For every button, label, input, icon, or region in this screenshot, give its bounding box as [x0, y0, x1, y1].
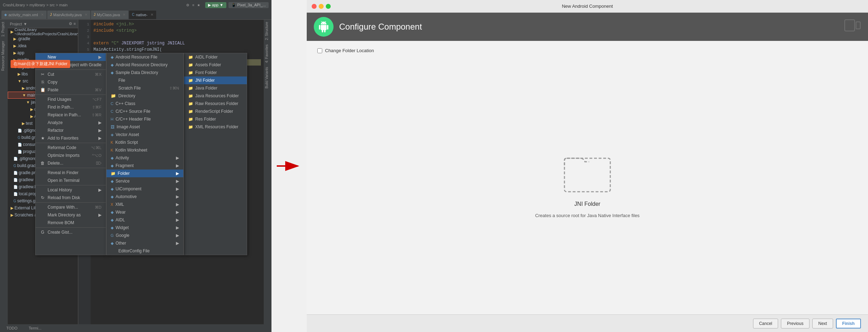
sidebar-label-project[interactable]: 1: Project — [0, 20, 8, 39]
submenu-folder-raw-resources[interactable]: 📁Raw Resources Folder — [184, 100, 247, 107]
submenu-new-scratch-file[interactable]: Scratch File ⇧⌘N — [106, 84, 183, 92]
ide-panel: CrashLibrary > mylibrary > src > main ⚙ … — [0, 0, 271, 332]
submenu-new-widget[interactable]: ◆Widget ▶ — [106, 224, 183, 232]
tab-mainactivity[interactable]: J MainActivity.java ✕ — [47, 11, 90, 19]
tree-item-crashlibrary[interactable]: ▶ CrashLibrary ~/AndroidStudioProjects/C… — [8, 28, 78, 35]
sidebar-label-structure[interactable]: 2: Structure — [264, 20, 271, 42]
menu-item-open-terminal[interactable]: Open in Terminal — [36, 177, 106, 184]
submenu-new-directory[interactable]: 📁Directory — [106, 92, 183, 100]
menu-item-reload[interactable]: ↻Reload from Disk — [36, 194, 106, 202]
cancel-button[interactable]: Cancel — [753, 319, 778, 328]
submenu-folder-xml-resources[interactable]: 📁XML Resources Folder — [184, 123, 247, 131]
submenu-new-editorconfig[interactable]: EditorConfig File — [106, 247, 183, 255]
menu-item-remove-bom[interactable]: Remove BOM — [36, 219, 106, 227]
submenu-new-activity[interactable]: ◆Activity ▶ — [106, 154, 183, 162]
jni-description: Creates a source root for Java Native In… — [535, 213, 640, 218]
svg-rect-2 — [845, 20, 855, 31]
ide-statusbar: TODO Termi... — [0, 324, 271, 332]
submenu-new-vector-asset[interactable]: ◈Vector Asset — [106, 131, 183, 139]
submenu-new-file[interactable]: File — [106, 76, 183, 84]
status-tab-terminal[interactable]: Termi... — [25, 324, 45, 332]
sidebar-label-favorites[interactable]: 4: Favorites — [264, 42, 271, 65]
submenu-new-folder[interactable]: 📁Folder ▶ — [106, 170, 183, 177]
submenu-folder-jni[interactable]: 📁JNI Folder — [184, 76, 247, 84]
submenu-new-aidl[interactable]: ◆AIDL ▶ — [106, 216, 183, 224]
red-arrow — [275, 159, 303, 173]
menu-item-compare-with[interactable]: Compare With... ⌘D — [36, 203, 106, 211]
tree-header: Project ▼ ⚙ ≡ — [8, 20, 78, 28]
menu-item-find-usages[interactable]: Find Usages ⌥F7 — [36, 96, 106, 103]
traffic-lights: New Android Component — [307, 0, 868, 13]
change-folder-checkbox[interactable] — [317, 48, 322, 53]
tree-options-icon[interactable]: ≡ — [74, 21, 76, 26]
submenu-new-google[interactable]: GGoogle ▶ — [106, 232, 183, 239]
submenu-folder-java[interactable]: 📁Java Folder — [184, 84, 247, 92]
menu-item-create-gist[interactable]: GCreate Gist... — [36, 228, 106, 236]
left-sidebar-labels: 1: Project Resource Manager — [0, 20, 8, 324]
menu-item-add-to-favorites[interactable]: ★Add to Favorites ▶ — [36, 134, 106, 142]
separator-7 — [36, 227, 106, 228]
tree-settings-icon[interactable]: ⚙ — [69, 21, 72, 26]
menu-item-replace-in-path[interactable]: Replace in Path... ⇧⌘R — [36, 111, 106, 119]
submenu-new: ◆Android Resource File ◆Android Resource… — [106, 53, 184, 255]
menu-item-refactor[interactable]: Refactor ▶ — [36, 127, 106, 134]
menu-item-reformat[interactable]: Reformat Code ⌥⌘L — [36, 144, 106, 152]
tree-item-idea[interactable]: ▶.idea — [8, 42, 78, 49]
configure-header-title: Configure Component — [339, 22, 422, 32]
menu-item-local-history[interactable]: Local History ▶ — [36, 186, 106, 194]
svg-rect-3 — [856, 22, 860, 29]
previous-button[interactable]: Previous — [781, 319, 809, 328]
status-tab-todo[interactable]: TODO — [3, 324, 21, 332]
submenu-new-other[interactable]: ◆Other ▶ — [106, 239, 183, 247]
menu-item-copy[interactable]: ⎘Copy — [36, 78, 106, 86]
separator-4 — [36, 168, 106, 168]
finish-button[interactable]: Finish — [836, 319, 861, 328]
menu-item-reveal-finder[interactable]: Reveal in Finder — [36, 169, 106, 177]
submenu-new-kotlin-script[interactable]: KKotlin Script — [106, 139, 183, 146]
submenu-new-fragment[interactable]: ◆Fragment ▶ — [106, 162, 183, 170]
tab-myclass[interactable]: J MyClass.java ✕ — [91, 11, 128, 19]
submenu-folder-aidl[interactable]: 📁AIDL Folder — [184, 53, 247, 61]
submenu-folder-renderscript[interactable]: 📁RenderScript Folder — [184, 107, 247, 115]
menu-item-delete[interactable]: 🗑Delete... ⌦ — [36, 159, 106, 167]
submenu-folder-java-resources[interactable]: 📁Java Resources Folder — [184, 92, 247, 100]
ide-titlebar: CrashLibrary > mylibrary > src > main ⚙ … — [0, 0, 271, 10]
submenu-new-cpp-header[interactable]: HC/C++ Header File — [106, 115, 183, 123]
menu-item-cut[interactable]: ✂Cut ⌘X — [36, 70, 106, 78]
submenu-new-xml[interactable]: XXML ▶ — [106, 201, 183, 208]
menu-item-paste[interactable]: 📋Paste ⌘V — [36, 86, 106, 94]
tree-item-gradle[interactable]: ▶.gradle — [8, 35, 78, 42]
submenu-folder-assets[interactable]: 📁Assets Folder — [184, 61, 247, 69]
submenu-folder-res[interactable]: 📁Res Folder — [184, 115, 247, 123]
svg-rect-4 — [564, 158, 610, 192]
submenu-new-cpp-source[interactable]: CC/C++ Source File — [106, 107, 183, 115]
submenu-new-sample-data[interactable]: ◆Sample Data Directory — [106, 69, 183, 76]
sidebar-label-resource-manager[interactable]: Resource Manager — [0, 39, 8, 73]
configure-footer: Cancel Previous Next Finish — [307, 314, 868, 332]
submenu-new-uicomponent[interactable]: ◆UiComponent ▶ — [106, 185, 183, 193]
submenu-new-wear[interactable]: ◆Wear ▶ — [106, 208, 183, 216]
submenu-new-image-asset[interactable]: 🖼Image Asset — [106, 123, 183, 131]
next-button[interactable]: Next — [812, 319, 833, 328]
menu-item-optimize-imports[interactable]: Optimize Imports ^⌥O — [36, 152, 106, 159]
tab-activity-main[interactable]: ◆ activity_main.xml ✕ — [1, 11, 47, 19]
menu-item-analyze[interactable]: Analyze ▶ — [36, 119, 106, 127]
menu-item-find-in-path[interactable]: Find in Path... ⇧⌘F — [36, 103, 106, 111]
jni-folder-svg — [561, 149, 614, 195]
menu-item-mark-directory[interactable]: Mark Directory as ▶ — [36, 211, 106, 219]
submenu-new-android-resource-file[interactable]: ◆Android Resource File — [106, 53, 183, 61]
sidebar-label-build-variants[interactable]: Build Variants — [264, 65, 271, 91]
submenu-folder-font[interactable]: 📁Font Folder — [184, 69, 247, 76]
submenu-new-kotlin-worksheet[interactable]: KKotlin Worksheet — [106, 146, 183, 154]
submenu-new-service[interactable]: ◆Service ▶ — [106, 177, 183, 185]
tab-native[interactable]: C native- ✕ — [129, 11, 156, 19]
checkbox-row: Change Folder Location — [317, 48, 857, 53]
device-icon — [844, 19, 861, 35]
submenu-new-android-resource-dir[interactable]: ◆Android Resource Directory — [106, 61, 183, 69]
tree-header-chevron[interactable]: ▼ — [23, 22, 27, 26]
submenu-new-cpp-class[interactable]: CC++ Class — [106, 100, 183, 107]
configure-body: Change Folder Location JNI Folder Create… — [307, 41, 868, 314]
submenu-new-automotive[interactable]: ◆Automotive ▶ — [106, 193, 183, 201]
arrow-container — [271, 0, 307, 332]
context-menu-container: New ▶ Link C++ Project with Gradle ✂Cut … — [35, 53, 247, 255]
